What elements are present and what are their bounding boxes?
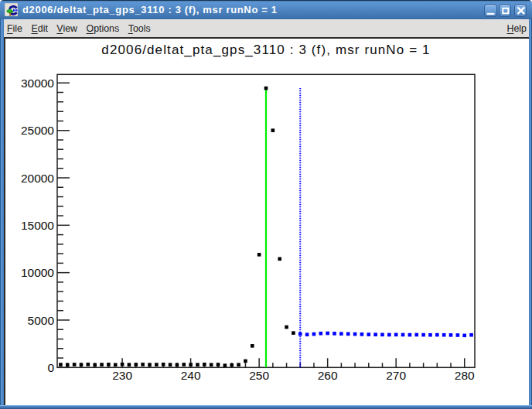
data-point — [155, 363, 159, 366]
data-point — [114, 363, 118, 367]
data-point — [135, 363, 138, 366]
data-point — [100, 363, 104, 366]
data-point — [237, 363, 240, 366]
data-point — [435, 333, 439, 337]
data-point — [421, 333, 425, 337]
data-point — [456, 333, 460, 337]
data-point — [312, 332, 316, 336]
data-point — [189, 363, 193, 366]
data-point — [353, 332, 357, 336]
data-point — [251, 344, 254, 348]
data-point — [271, 128, 275, 132]
data-point — [305, 332, 309, 336]
data-point — [128, 363, 131, 366]
x-tick-label: 270 — [386, 369, 406, 382]
data-point — [80, 363, 84, 366]
data-point — [326, 332, 329, 336]
data-point — [121, 363, 124, 366]
data-point — [182, 363, 186, 366]
y-tick-label: 20000 — [21, 172, 54, 185]
histogram-plot: 0500010000150002000025000300002302402502… — [0, 0, 532, 409]
window-border-left — [0, 19, 4, 409]
data-point — [59, 363, 63, 366]
y-tick-label: 25000 — [21, 124, 54, 137]
data-point — [428, 333, 432, 337]
data-point — [148, 363, 152, 367]
root-canvas-window: d2006/deltat_pta_gps_3110 : 3 (f), msr r… — [0, 0, 532, 409]
series-post-t0-plateau — [298, 332, 473, 337]
data-point — [380, 333, 384, 337]
data-point — [107, 363, 111, 366]
data-point — [373, 332, 377, 336]
data-point — [394, 333, 398, 337]
data-point — [332, 332, 336, 336]
data-point — [223, 363, 227, 367]
y-tick-label: 15000 — [21, 219, 54, 232]
x-axis: 230240250260270280 — [67, 358, 475, 381]
data-point — [292, 331, 295, 335]
data-point — [462, 334, 466, 338]
data-point — [87, 363, 90, 366]
data-point — [162, 363, 165, 366]
y-tick-label: 30000 — [21, 77, 54, 90]
data-point — [408, 333, 412, 337]
data-point — [169, 363, 172, 366]
data-point — [176, 363, 179, 367]
x-tick-label: 250 — [249, 369, 269, 382]
series-histogram-counts — [59, 87, 295, 367]
data-point — [141, 363, 145, 366]
data-point — [346, 332, 350, 336]
data-point — [66, 363, 70, 367]
data-point — [257, 253, 261, 257]
data-point — [339, 332, 343, 336]
data-point — [264, 87, 268, 90]
data-point — [449, 333, 453, 337]
data-point — [93, 363, 97, 367]
x-tick-label: 260 — [318, 369, 338, 382]
y-tick-label: 5000 — [28, 314, 55, 327]
data-point — [367, 332, 370, 336]
data-point — [285, 325, 288, 329]
data-point — [73, 363, 77, 366]
data-point — [230, 363, 234, 367]
x-tick-label: 240 — [181, 369, 201, 382]
y-tick-label: 10000 — [21, 266, 54, 279]
window-border-right — [529, 19, 532, 409]
data-point — [210, 363, 213, 367]
data-point — [244, 360, 247, 363]
data-point — [414, 333, 418, 337]
data-point — [196, 363, 200, 366]
data-point — [387, 333, 391, 337]
data-point — [203, 363, 206, 366]
data-point — [401, 333, 405, 337]
y-axis: 050001000015000200002500030000 — [21, 77, 70, 374]
data-point — [469, 333, 473, 337]
x-tick-label: 230 — [112, 369, 132, 382]
data-point — [442, 333, 446, 337]
data-point — [278, 257, 281, 261]
data-point — [298, 332, 302, 336]
data-point — [319, 332, 323, 336]
window-border-bottom — [0, 405, 532, 409]
data-point — [217, 363, 220, 366]
y-tick-label: 0 — [47, 361, 54, 374]
x-tick-label: 280 — [455, 369, 475, 382]
data-point — [360, 332, 364, 336]
